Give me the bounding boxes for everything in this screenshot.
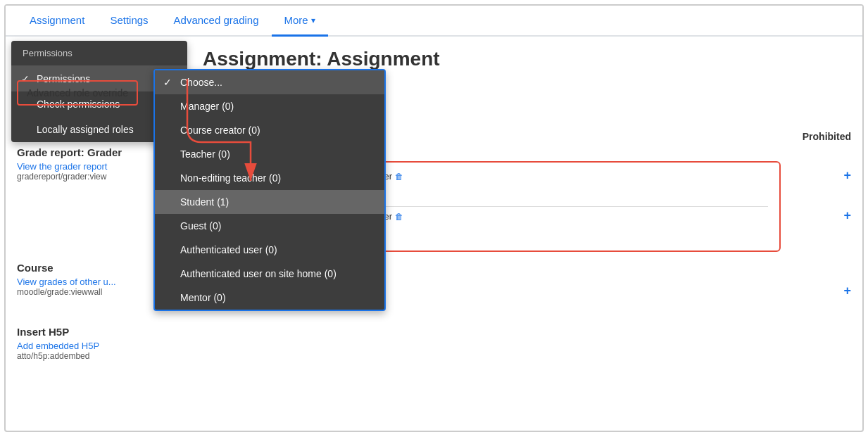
- cap-sub-h5p: atto/h5p:addembed: [17, 351, 165, 361]
- cap-info-course: View grades of other u... moodle/grade:v…: [17, 277, 165, 300]
- role-option-guest[interactable]: Guest (0): [155, 214, 384, 238]
- role-option-auth-user[interactable]: Authenticated user (0): [155, 238, 384, 262]
- capability-table: Capability Risks Roles with permission P…: [6, 128, 862, 376]
- cap-link-course[interactable]: View grades of other u...: [17, 277, 165, 287]
- cap-info-h5p: Add embedded H5P atto/h5p:addembed: [17, 341, 165, 364]
- top-nav: Assignment Settings Advanced grading Mor…: [6, 6, 862, 37]
- add-prohibited-course[interactable]: +: [781, 277, 851, 305]
- page-title: Assignment: Assignment: [203, 48, 851, 70]
- role-option-student[interactable]: Student (1): [155, 190, 384, 214]
- delete-manager-icon[interactable]: 🗑: [395, 172, 403, 182]
- delete-manager-2-icon[interactable]: 🗑: [395, 212, 403, 222]
- tab-advanced-grading[interactable]: Advanced grading: [161, 6, 272, 37]
- role-option-auth-user-site[interactable]: Authenticated user on site home (0): [155, 262, 384, 286]
- prohibited-header: Prohibited: [781, 131, 851, 142]
- prohibited-grader: + +: [781, 161, 851, 230]
- add-prohibited-grader[interactable]: +: [781, 161, 851, 190]
- role-select-dropdown[interactable]: ✓ Choose... Manager (0) Course creator (…: [153, 69, 386, 311]
- cap-sub-grader: gradereport/grader:view: [17, 172, 165, 182]
- advanced-role-override-label: Advanced role override: [17, 80, 138, 106]
- tab-more[interactable]: More ▾: [272, 6, 328, 37]
- role-option-mentor[interactable]: Mentor (0): [155, 286, 384, 310]
- add-prohibited-grader-2[interactable]: +: [781, 201, 851, 230]
- section-h5p: Insert H5P: [17, 326, 851, 338]
- tab-settings[interactable]: Settings: [97, 6, 161, 37]
- role-option-manager[interactable]: Manager (0): [155, 94, 384, 118]
- cap-info-grader: View the grader report gradereport/grade…: [17, 161, 165, 184]
- risks-h5p: [165, 341, 200, 343]
- role-option-course-creator[interactable]: Course creator (0): [155, 118, 384, 142]
- prohibited-course: +: [781, 277, 851, 305]
- role-option-non-editing-teacher[interactable]: Non-editing teacher (0): [155, 166, 384, 190]
- section-grade-report: Grade report: Grader: [17, 146, 851, 158]
- cap-sub-course: moodle/grade:viewwall: [17, 287, 165, 297]
- section-course: Course: [17, 262, 851, 274]
- tab-assignment[interactable]: Assignment: [17, 6, 97, 37]
- role-option-choose[interactable]: ✓ Choose...: [155, 70, 384, 94]
- cap-link-grader[interactable]: View the grader report: [17, 161, 165, 172]
- role-option-teacher[interactable]: Teacher (0): [155, 142, 384, 166]
- cap-link-h5p[interactable]: Add embedded H5P: [17, 341, 165, 351]
- check-icon: ✓: [163, 77, 172, 88]
- chevron-down-icon: ▾: [311, 15, 315, 25]
- permissions-dropdown-header: Permissions: [11, 41, 187, 66]
